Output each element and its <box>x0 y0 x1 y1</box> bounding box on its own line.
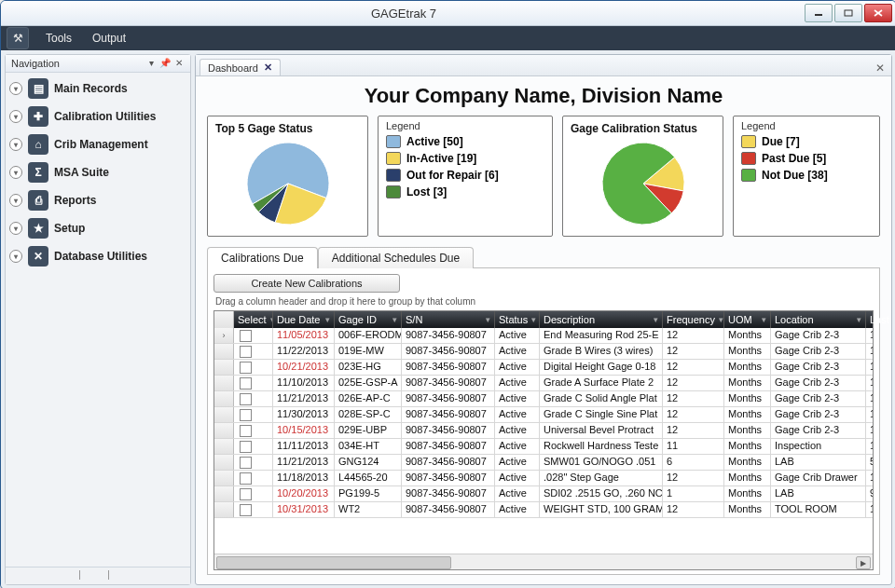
filter-icon[interactable]: ▾ <box>654 315 658 324</box>
chevron-down-icon[interactable]: ▾ <box>9 110 22 123</box>
create-new-calibrations-button[interactable]: Create New Calibrations <box>213 274 400 293</box>
scroll-right-icon[interactable]: ▶ <box>856 556 871 569</box>
table-row[interactable]: 11/11/2013034E-HT9087-3456-90807ActiveRo… <box>214 439 873 455</box>
cell-select[interactable] <box>234 455 273 470</box>
cell-select[interactable] <box>234 423 273 438</box>
menu-tools[interactable]: Tools <box>42 30 76 47</box>
table-row[interactable]: 11/22/2013019E-MW9087-3456-90807ActiveGr… <box>214 344 873 360</box>
col-status[interactable]: Status▾ <box>495 311 540 328</box>
row-header[interactable] <box>214 344 234 359</box>
checkbox[interactable] <box>240 472 252 485</box>
checkbox[interactable] <box>240 457 252 469</box>
chevron-down-icon[interactable]: ▾ <box>9 82 22 95</box>
table-row[interactable]: 11/10/2013025E-GSP-A9087-3456-90807Activ… <box>214 376 873 391</box>
cell-select[interactable] <box>234 360 273 375</box>
col-location[interactable]: Location▾ <box>771 311 866 328</box>
row-header[interactable] <box>214 502 234 517</box>
row-header[interactable] <box>214 471 234 485</box>
checkbox[interactable] <box>240 377 252 390</box>
filter-icon[interactable]: ▾ <box>392 315 397 324</box>
row-header[interactable] <box>214 391 234 406</box>
filter-icon[interactable]: ▾ <box>719 315 723 324</box>
nav-item[interactable]: ▾★Setup <box>7 214 188 242</box>
nav-item[interactable]: ▾⎙Reports <box>7 186 188 214</box>
filter-icon[interactable]: ▾ <box>531 315 536 324</box>
checkbox[interactable] <box>240 393 252 405</box>
checkbox[interactable] <box>240 441 252 453</box>
chevron-down-icon[interactable]: ▾ <box>9 138 22 151</box>
table-row[interactable]: ›11/05/2013006F-ERODM9087-3456-90807Acti… <box>214 328 873 344</box>
table-row[interactable]: 10/21/2013023E-HG9087-3456-90807ActiveDi… <box>214 360 873 376</box>
table-row[interactable]: 10/31/2013WT29087-3456-90807ActiveWEIGHT… <box>214 502 873 518</box>
nav-item[interactable]: ▾✚Calibration Utilities <box>7 103 188 130</box>
cell-select[interactable] <box>234 328 273 343</box>
row-header[interactable] <box>214 486 234 501</box>
row-header[interactable] <box>214 439 234 454</box>
cell-select[interactable] <box>234 486 273 501</box>
col-sn[interactable]: S/N▾ <box>402 311 495 328</box>
filter-icon[interactable]: ▾ <box>762 315 766 324</box>
window-close-button[interactable] <box>864 4 892 22</box>
tabstrip-close-icon[interactable]: ✕ <box>873 61 888 75</box>
col-last-calibration[interactable]: Last Calibration▾ <box>866 311 891 328</box>
filter-icon[interactable]: ▾ <box>325 315 330 324</box>
row-header[interactable]: › <box>214 328 234 343</box>
navigation-scrollbar[interactable] <box>6 567 190 584</box>
row-header[interactable] <box>214 455 234 470</box>
col-frequency[interactable]: Frequency▾ <box>663 311 724 328</box>
cell-select[interactable] <box>234 502 273 517</box>
table-row[interactable]: 11/30/2013028E-SP-C9087-3456-90807Active… <box>214 407 873 423</box>
nav-item[interactable]: ▾✕Database Utilities <box>7 242 188 270</box>
tab-additional-schedules-due[interactable]: Additional Schedules Due <box>318 247 474 268</box>
group-by-hint[interactable]: Drag a column header and drop it here to… <box>213 293 874 310</box>
tab-calibrations-due[interactable]: Calibrations Due <box>207 247 318 268</box>
col-select[interactable]: Select▾ <box>234 311 273 328</box>
nav-item[interactable]: ▾ΣMSA Suite <box>7 158 188 186</box>
navigation-pin-icon[interactable]: 📌 <box>159 58 171 69</box>
checkbox[interactable] <box>240 409 252 421</box>
scrollbar-thumb[interactable] <box>216 556 451 569</box>
tab-dashboard[interactable]: Dashboard ✕ <box>200 59 281 75</box>
nav-item[interactable]: ▾▤Main Records <box>7 75 188 103</box>
row-header[interactable] <box>214 423 234 438</box>
checkbox[interactable] <box>240 330 252 342</box>
checkbox[interactable] <box>240 346 252 358</box>
cell-select[interactable] <box>234 471 273 485</box>
cell-select[interactable] <box>234 439 273 454</box>
navigation-dropdown-icon[interactable]: ▾ <box>145 58 157 69</box>
col-due-date[interactable]: Due Date▾ <box>273 311 335 328</box>
checkbox[interactable] <box>240 362 252 374</box>
col-gage-id[interactable]: Gage ID▾ <box>335 311 402 328</box>
window-minimize-button[interactable] <box>805 4 833 22</box>
chevron-down-icon[interactable]: ▾ <box>9 194 22 207</box>
table-row[interactable]: 11/21/2013GNG1249087-3456-90807ActiveSMW… <box>214 455 873 471</box>
cell-select[interactable] <box>234 344 273 359</box>
chevron-down-icon[interactable]: ▾ <box>9 250 22 263</box>
checkbox[interactable] <box>240 425 252 437</box>
cell-select[interactable] <box>234 407 273 422</box>
table-row[interactable]: 10/20/2013PG199-59087-3456-90807ActiveSD… <box>214 486 873 502</box>
col-description[interactable]: Description▾ <box>540 311 663 328</box>
table-row[interactable]: 10/15/2013029E-UBP9087-3456-90807ActiveU… <box>214 423 873 439</box>
chevron-down-icon[interactable]: ▾ <box>9 222 22 235</box>
cell-select[interactable] <box>234 376 273 390</box>
menu-output[interactable]: Output <box>89 30 130 47</box>
tab-close-icon[interactable]: ✕ <box>264 62 272 74</box>
nav-item[interactable]: ▾⌂Crib Management <box>7 130 188 158</box>
grid-horizontal-scrollbar[interactable]: ▶ <box>214 554 873 569</box>
cell-select[interactable] <box>234 391 273 406</box>
navigation-close-icon[interactable]: ✕ <box>173 58 185 69</box>
window-maximize-button[interactable] <box>834 4 862 22</box>
app-menu-button[interactable]: ⚒ <box>7 27 29 49</box>
col-uom[interactable]: UOM▾ <box>724 311 771 328</box>
checkbox[interactable] <box>240 504 252 516</box>
table-row[interactable]: 11/18/2013L44565-209087-3456-90807Active… <box>214 471 873 486</box>
checkbox[interactable] <box>240 488 252 500</box>
table-row[interactable]: 11/21/2013026E-AP-C9087-3456-90807Active… <box>214 391 873 407</box>
row-header[interactable] <box>214 376 234 390</box>
row-header[interactable] <box>214 407 234 422</box>
filter-icon[interactable]: ▾ <box>486 315 490 324</box>
chevron-down-icon[interactable]: ▾ <box>9 166 22 179</box>
filter-icon[interactable]: ▾ <box>857 315 861 324</box>
row-header[interactable] <box>214 360 234 375</box>
